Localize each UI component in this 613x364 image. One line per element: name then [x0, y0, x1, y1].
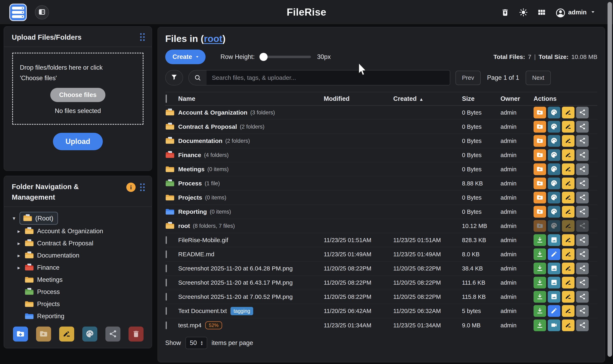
rename-button[interactable]: [562, 291, 574, 303]
next-page-button[interactable]: Next: [526, 71, 551, 85]
preview-image-button[interactable]: [548, 262, 560, 274]
share-button[interactable]: [576, 206, 589, 218]
preview-image-button[interactable]: [548, 291, 560, 303]
folder-row[interactable]: Meetings(0 items)0 Bytesadmin: [165, 162, 597, 177]
delete-folder-button[interactable]: [128, 326, 143, 341]
download-button[interactable]: [533, 319, 546, 331]
color-button[interactable]: [548, 206, 560, 218]
move-button[interactable]: [533, 206, 546, 218]
folder-name[interactable]: root: [178, 222, 190, 229]
share-button[interactable]: [576, 163, 589, 175]
folder-row[interactable]: root(8 folders, 7 files)10.12 MBadmin: [165, 219, 597, 233]
file-row[interactable]: FileRise-Mobile.gif11/23/25 01:51AM11/23…: [165, 233, 597, 247]
move-button[interactable]: [533, 163, 546, 175]
rename-button[interactable]: [562, 149, 574, 161]
file-dropzone[interactable]: Drop files/folders here or click 'Choose…: [12, 53, 143, 125]
tree-item[interactable]: Meetings: [9, 274, 148, 286]
tree-item[interactable]: Reporting: [9, 310, 148, 322]
move-button[interactable]: [533, 107, 546, 118]
slider-thumb[interactable]: [260, 53, 268, 61]
file-row[interactable]: Screenshot 2025-11-20 at 6.43.17 PM.png1…: [165, 276, 597, 290]
file-name[interactable]: Screenshot 2025-11-20 at 6.43.17 PM.png: [178, 279, 293, 286]
move-button[interactable]: [533, 135, 546, 147]
download-button[interactable]: [533, 277, 546, 288]
tree-item-root[interactable]: (Root): [19, 212, 58, 225]
tree-item[interactable]: ▸Account & Organization: [9, 225, 148, 237]
prev-page-button[interactable]: Prev: [456, 71, 481, 85]
file-row[interactable]: test.mp452%11/23/25 01:34AM11/23/25 01:3…: [165, 318, 597, 332]
folder-color-button[interactable]: [82, 326, 97, 341]
share-button[interactable]: [576, 248, 589, 260]
chevron-right-icon[interactable]: ▸: [16, 265, 21, 271]
create-button[interactable]: Create: [165, 50, 206, 64]
tree-item[interactable]: Process: [9, 286, 148, 298]
row-checkbox[interactable]: [166, 279, 167, 286]
folder-row[interactable]: Account & Organization(3 folders)0 Bytes…: [165, 106, 597, 120]
chevron-right-icon[interactable]: ▸: [16, 252, 21, 259]
file-name[interactable]: Screenshot 2025-11-20 at 7.00.52 PM.png: [178, 293, 293, 300]
chevron-down-icon[interactable]: ▾: [11, 215, 17, 221]
folder-name[interactable]: Account & Organization: [178, 109, 248, 116]
column-header-size[interactable]: Size: [462, 95, 501, 103]
preview-image-button[interactable]: [548, 277, 560, 288]
file-row[interactable]: Screenshot 2025-11-20 at 7.00.52 PM.png1…: [165, 290, 597, 304]
move-button[interactable]: [533, 220, 546, 232]
folder-name[interactable]: Meetings: [178, 166, 205, 173]
color-button[interactable]: [548, 135, 560, 147]
preview-video-button[interactable]: [548, 319, 560, 331]
file-name[interactable]: FileRise-Mobile.gif: [178, 237, 228, 244]
move-button[interactable]: [533, 178, 546, 189]
row-checkbox[interactable]: [166, 250, 167, 258]
folder-name[interactable]: Contract & Proposal: [178, 123, 237, 130]
download-button[interactable]: [533, 291, 546, 303]
row-checkbox[interactable]: [166, 265, 167, 272]
rename-folder-button[interactable]: [59, 326, 74, 341]
tree-item[interactable]: ▸Contract & Proposal: [9, 237, 148, 249]
upload-button[interactable]: Upload: [53, 133, 103, 150]
file-row[interactable]: Text Document.txttagging11/20/25 06:42AM…: [165, 304, 597, 318]
tree-item[interactable]: ▸Finance: [9, 261, 148, 274]
rename-button[interactable]: [562, 305, 574, 317]
download-button[interactable]: [533, 262, 546, 274]
column-header-owner[interactable]: Owner: [501, 95, 533, 103]
folder-name[interactable]: Projects: [178, 194, 202, 201]
tree-item[interactable]: ▸Documentation: [9, 249, 148, 261]
folder-name[interactable]: Reporting: [178, 208, 207, 215]
rename-button[interactable]: [562, 178, 574, 189]
share-button[interactable]: [576, 192, 589, 203]
folder-row[interactable]: Finance(4 folders)0 Bytesadmin: [165, 148, 597, 162]
share-button[interactable]: [576, 149, 589, 161]
move-button[interactable]: [533, 121, 546, 133]
move-button[interactable]: [533, 192, 546, 203]
folder-name[interactable]: Process: [178, 180, 202, 187]
search-input[interactable]: [207, 70, 450, 85]
color-button[interactable]: [548, 220, 560, 232]
rename-button[interactable]: [562, 234, 574, 246]
row-checkbox[interactable]: [166, 236, 167, 244]
column-header-modified[interactable]: Modified: [324, 95, 393, 103]
apps-grid-icon[interactable]: [537, 8, 546, 17]
rename-button[interactable]: [562, 107, 574, 118]
edit-button[interactable]: [548, 305, 560, 317]
rename-button[interactable]: [562, 135, 574, 147]
chevron-right-icon[interactable]: ▸: [16, 240, 21, 247]
user-menu[interactable]: admin: [555, 8, 596, 17]
drag-handle-icon[interactable]: [140, 183, 145, 191]
share-button[interactable]: [576, 319, 589, 331]
color-button[interactable]: [548, 149, 560, 161]
select-all-checkbox[interactable]: [166, 94, 167, 103]
filter-button[interactable]: [165, 70, 183, 85]
share-button[interactable]: [576, 121, 589, 133]
file-row[interactable]: Screenshot 2025-11-20 at 6.04.28 PM.png1…: [165, 261, 597, 276]
sidebar-toggle-button[interactable]: [35, 5, 49, 19]
share-button[interactable]: [576, 234, 589, 246]
download-button[interactable]: [533, 234, 546, 246]
rename-button[interactable]: [562, 192, 574, 203]
color-button[interactable]: [548, 107, 560, 118]
share-button[interactable]: [576, 305, 589, 317]
folder-name[interactable]: Documentation: [178, 137, 222, 144]
chevron-right-icon[interactable]: ▸: [16, 228, 21, 234]
trash-restore-icon[interactable]: [501, 8, 510, 17]
column-header-created[interactable]: Created▲: [393, 95, 462, 103]
share-button[interactable]: [576, 262, 589, 274]
